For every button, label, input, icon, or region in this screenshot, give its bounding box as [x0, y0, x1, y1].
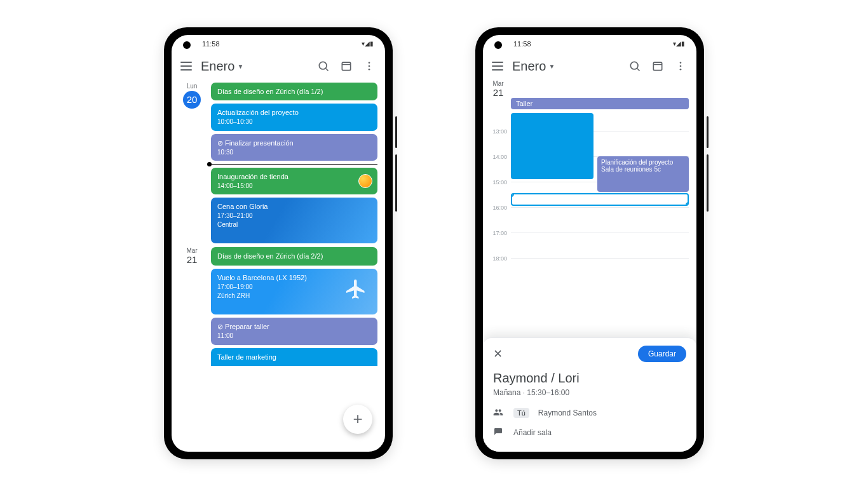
svg-rect-2	[342, 62, 350, 71]
svg-point-0	[319, 62, 327, 69]
svg-point-11	[680, 62, 682, 64]
hour-label: 14:00	[483, 154, 507, 160]
volume-button	[707, 116, 709, 148]
svg-line-8	[637, 69, 640, 71]
event-item-photo[interactable]: Cena con Gloria 17:30–21:00 Central	[211, 198, 377, 243]
allday-event[interactable]: Taller	[511, 98, 689, 109]
now-indicator	[210, 164, 377, 165]
event-flight[interactable]: Vuelo a Barcelona (LX 1952) 17:00–19:00 …	[211, 269, 377, 314]
chevron-down-icon: ▼	[548, 63, 555, 70]
svg-point-5	[369, 65, 370, 67]
day-row: Mar 21 Días de diseño en Zúrich (día 2/2…	[179, 247, 377, 366]
svg-point-6	[369, 69, 370, 71]
day-number: 20	[183, 91, 201, 109]
menu-icon[interactable]	[492, 62, 503, 71]
app-header: Enero ▼	[172, 53, 385, 80]
event-item[interactable]: Inauguración de tienda 14:00–15:00	[211, 168, 377, 194]
status-bar: 11:58 ▾◢▮	[483, 35, 696, 53]
chevron-down-icon: ▼	[237, 63, 243, 70]
day-number: 21	[179, 254, 205, 265]
event-editor-sheet: ✕ Guardar Raymond / Lori Mañana · 15:30–…	[483, 337, 696, 452]
svg-rect-9	[653, 62, 661, 71]
camera-punch-hole	[494, 41, 502, 49]
event-block[interactable]: Planificación del proyecto Sala de reuni…	[597, 156, 689, 192]
svg-point-13	[680, 69, 682, 71]
hour-label: 15:00	[483, 179, 507, 186]
more-icon[interactable]	[362, 59, 376, 73]
search-icon[interactable]	[316, 59, 330, 73]
day-of-week: Mar	[179, 247, 205, 254]
day-grid[interactable]: Taller 13:00 14:00 15:00 16:00 17:00 18:…	[483, 98, 696, 276]
resize-handle[interactable]	[511, 193, 514, 197]
guest-avatar	[358, 174, 372, 188]
today-icon[interactable]	[339, 59, 353, 73]
hour-label: 16:00	[483, 205, 507, 211]
resize-handle[interactable]	[686, 202, 689, 206]
power-button	[707, 154, 709, 212]
month-selector[interactable]: Enero ▼	[512, 59, 555, 74]
status-icons: ▾◢▮	[673, 40, 685, 47]
status-icons: ▾◢▮	[362, 40, 374, 47]
event-item[interactable]: Taller de marketing	[211, 348, 377, 367]
chip-you[interactable]: Tú	[513, 408, 529, 418]
svg-point-12	[680, 65, 682, 67]
room-row[interactable]: Añadir sala	[493, 427, 686, 439]
status-bar: 11:58 ▾◢▮	[172, 35, 385, 53]
schedule-list[interactable]: Lun 20 Días de diseño en Zúrich (día 1/2…	[172, 80, 385, 452]
add-room-label: Añadir sala	[513, 428, 552, 437]
power-button	[395, 154, 397, 212]
menu-icon[interactable]	[180, 62, 192, 71]
room-icon	[493, 427, 505, 439]
airplane-icon	[344, 278, 367, 300]
month-label: Enero	[201, 59, 234, 74]
volume-button	[395, 116, 397, 148]
event-when[interactable]: Mañana · 15:30–16:00	[493, 388, 686, 397]
event-task[interactable]: ⊘ Finalizar presentación 10:30	[211, 134, 377, 161]
event-allday[interactable]: Días de diseño en Zúrich (día 1/2)	[211, 83, 377, 101]
event-allday[interactable]: Días de diseño en Zúrich (día 2/2)	[211, 247, 377, 266]
hour-label: 13:00	[483, 128, 507, 135]
close-icon[interactable]: ✕	[493, 347, 503, 361]
guests-row[interactable]: Tú Raymond Santos	[493, 407, 686, 419]
day-header[interactable]: Lun 20	[179, 83, 205, 244]
phone-mock-left: 11:58 ▾◢▮ Enero ▼ Lun	[164, 27, 393, 459]
day-of-week: Lun	[179, 83, 205, 90]
event-block[interactable]	[511, 113, 593, 179]
today-icon[interactable]	[651, 59, 665, 73]
event-title-input[interactable]: Raymond / Lori	[493, 371, 686, 386]
svg-point-4	[369, 62, 370, 64]
save-button[interactable]: Guardar	[638, 346, 686, 362]
day-of-week: Mar	[485, 80, 511, 87]
hour-label: 18:00	[483, 255, 507, 262]
phone-mock-right: 11:58 ▾◢▮ Enero ▼ Mar 21	[475, 27, 704, 459]
day-header[interactable]: Mar 21	[179, 247, 205, 366]
svg-line-1	[326, 69, 329, 71]
event-new-selection[interactable]	[511, 193, 689, 206]
more-icon[interactable]	[674, 59, 688, 73]
hour-label: 17:00	[483, 230, 507, 236]
people-icon	[493, 407, 505, 419]
day-row: Lun 20 Días de diseño en Zúrich (día 1/2…	[179, 83, 377, 244]
month-label: Enero	[512, 59, 546, 74]
day-number: 21	[485, 87, 511, 98]
month-selector[interactable]: Enero ▼	[201, 59, 243, 74]
day-header[interactable]: Mar 21	[485, 80, 511, 98]
event-item[interactable]: Actualización del proyecto 10:00–10:30	[211, 104, 377, 130]
camera-punch-hole	[183, 41, 191, 49]
fab-add-button[interactable]: +	[343, 405, 372, 434]
search-icon[interactable]	[628, 59, 642, 73]
app-header: Enero ▼	[483, 53, 696, 80]
guest-name[interactable]: Raymond Santos	[538, 408, 597, 417]
svg-point-7	[630, 62, 638, 69]
status-time: 11:58	[513, 40, 531, 48]
status-time: 11:58	[202, 40, 220, 48]
event-task[interactable]: ⊘ Preparar taller 11:00	[211, 318, 377, 344]
